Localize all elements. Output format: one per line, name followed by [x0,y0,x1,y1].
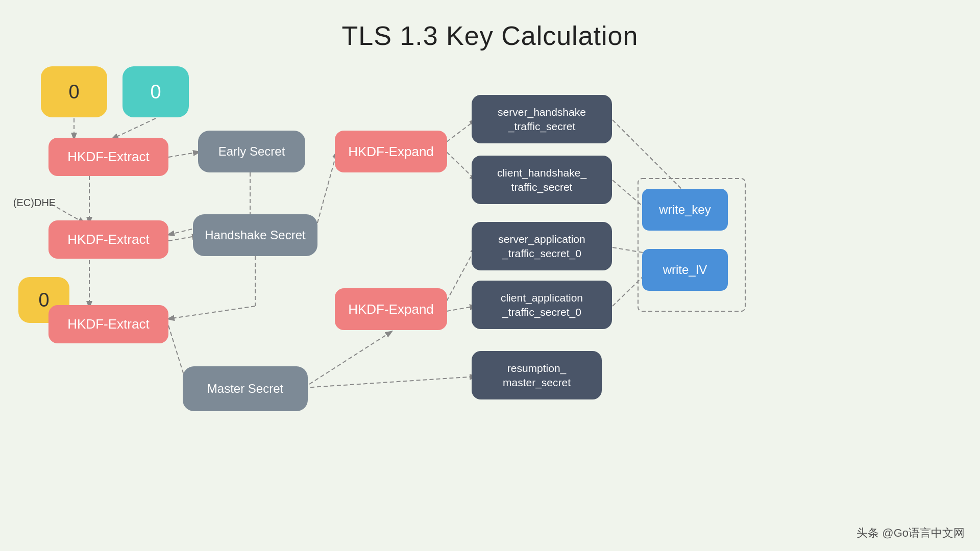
hkdf-extract3-box: HKDF-Extract [48,305,168,343]
client-hs-traffic-box: client_handshake_traffic_secret [472,156,612,204]
svg-line-2 [168,152,199,157]
early-secret-box: Early Secret [198,131,305,172]
zero1-box: 0 [41,66,107,117]
hkdf-extract2-box: HKDF-Extract [48,220,168,259]
hkdf-expand1-box: HKDF-Expand [335,131,447,172]
diagram: 0 0 HKDF-Extract Early Secret (EC)DHE HK… [0,0,980,551]
svg-line-1 [112,118,156,139]
master-secret-box: Master Secret [183,366,308,411]
server-app-traffic-box: server_application_traffic_secret_0 [472,222,612,270]
write-iv-box: write_IV [642,249,728,291]
hkdf-extract1-box: HKDF-Extract [48,138,168,176]
handshake-secret-box: Handshake Secret [193,214,317,256]
server-hs-traffic-box: server_handshake_traffic_secret [472,95,612,143]
svg-line-19 [304,377,476,388]
svg-line-13 [314,152,337,236]
client-app-traffic-box: client_application_traffic_secret_0 [472,281,612,329]
watermark: 头条 @Go语言中文网 [856,525,965,541]
resumption-master-box: resumption_master_secret [472,351,602,399]
ecdhe-label: (EC)DHE [8,190,61,215]
hkdf-expand2-box: HKDF-Expand [335,288,447,330]
write-key-box: write_key [642,189,728,231]
svg-line-9 [168,306,255,319]
svg-line-16 [304,332,391,388]
zero2-box: 0 [122,66,189,117]
